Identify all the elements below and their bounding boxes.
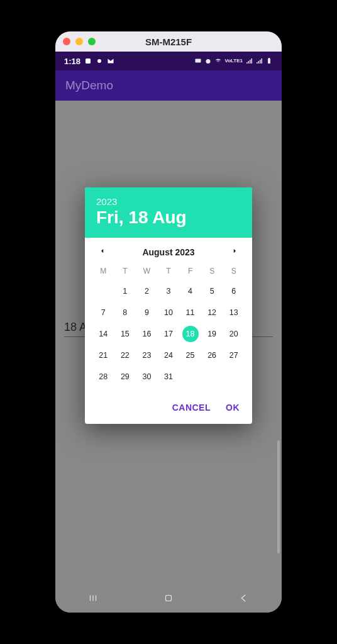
svg-rect-5 [268, 58, 270, 58]
svg-rect-4 [268, 58, 270, 64]
minimize-icon[interactable] [75, 38, 83, 45]
cast-icon [194, 57, 202, 65]
device-screen: SM-M215F 1:18 VoLTE1 MyDemo [55, 31, 282, 613]
alarm-icon [204, 57, 212, 65]
calendar-day[interactable]: 23 [138, 347, 155, 364]
calendar-day[interactable]: 16 [138, 326, 155, 342]
calendar-day[interactable]: 7 [95, 304, 111, 321]
gmail-icon [107, 57, 114, 65]
calendar-day[interactable]: 14 [95, 326, 111, 342]
calendar-dow: T [114, 264, 136, 278]
calendar-day[interactable]: 5 [204, 283, 220, 299]
calendar-day[interactable]: 13 [226, 304, 242, 321]
app-notification-icon [96, 57, 103, 65]
calendar-day[interactable]: 22 [117, 347, 133, 364]
prev-month-button[interactable] [96, 247, 109, 258]
calendar-day[interactable]: 8 [117, 304, 133, 321]
maximize-icon[interactable] [88, 38, 96, 45]
picker-date-title[interactable]: Fri, 18 Aug [96, 208, 241, 228]
back-button[interactable] [238, 592, 250, 606]
picker-year[interactable]: 2023 [96, 196, 241, 207]
emulator-titlebar: SM-M215F [55, 31, 282, 52]
calendar-day[interactable]: 12 [204, 304, 220, 321]
calendar-day[interactable]: 27 [226, 347, 242, 364]
dialog-actions: CANCEL OK [85, 391, 252, 424]
calendar-day[interactable]: 11 [182, 304, 199, 321]
battery-icon [265, 57, 273, 65]
calendar-day[interactable]: 31 [160, 369, 177, 385]
calendar-month-label[interactable]: August 2023 [142, 247, 194, 257]
calendar-day[interactable]: 25 [182, 347, 199, 364]
cancel-button[interactable]: CANCEL [172, 402, 211, 413]
calendar-day[interactable]: 17 [160, 326, 177, 342]
recents-button[interactable] [87, 592, 99, 606]
close-icon[interactable] [63, 38, 70, 45]
network-label: VoLTE1 [224, 58, 243, 64]
home-button[interactable] [163, 592, 174, 606]
svg-point-1 [97, 59, 101, 63]
calendar-day[interactable]: 21 [95, 347, 111, 364]
calendar-day[interactable]: 29 [117, 369, 133, 385]
app-bar: MyDemo [55, 70, 282, 101]
signal-icon-2 [255, 57, 263, 65]
calendar-dow: F [179, 264, 201, 278]
notification-icon [84, 57, 92, 65]
calendar-day[interactable]: 9 [138, 304, 155, 321]
calendar-day[interactable]: 20 [226, 326, 242, 342]
calendar-day[interactable]: 6 [226, 283, 242, 299]
signal-icon [245, 57, 253, 65]
calendar-day[interactable]: 1 [117, 283, 133, 299]
app-body: 18 A 2023 Fri, 18 Aug August 2023 [55, 101, 282, 586]
calendar-day[interactable]: 10 [160, 304, 177, 321]
calendar-dow: T [158, 264, 180, 278]
calendar-nav: August 2023 [85, 238, 252, 263]
calendar-grid: MTWTFSS123456789101112131415161718192021… [85, 263, 252, 391]
svg-rect-2 [196, 59, 201, 63]
device-frame: SM-M215F 1:18 VoLTE1 MyDemo [49, 25, 288, 619]
date-picker-dialog: 2023 Fri, 18 Aug August 2023 MTWTFSS1234… [85, 187, 252, 424]
app-title: MyDemo [65, 79, 113, 92]
calendar-day[interactable]: 2 [138, 283, 155, 299]
status-time: 1:18 [64, 57, 80, 66]
svg-rect-0 [86, 58, 91, 64]
calendar-day[interactable]: 3 [160, 283, 177, 299]
window-controls [63, 38, 96, 45]
status-bar: 1:18 VoLTE1 [55, 52, 282, 70]
calendar-day[interactable]: 28 [95, 369, 111, 385]
date-picker-header: 2023 Fri, 18 Aug [85, 187, 252, 238]
android-nav-bar [55, 586, 282, 613]
calendar-day[interactable]: 18 [182, 326, 199, 342]
calendar-dow: S [201, 264, 223, 278]
next-month-button[interactable] [228, 247, 241, 258]
ok-button[interactable]: OK [226, 402, 240, 413]
calendar-day[interactable]: 15 [117, 326, 133, 342]
svg-rect-6 [166, 596, 172, 601]
chevron-right-icon [231, 247, 238, 255]
dialog-overlay: 2023 Fri, 18 Aug August 2023 MTWTFSS1234… [55, 101, 282, 586]
calendar-dow: S [223, 264, 245, 278]
calendar-day[interactable]: 4 [182, 283, 199, 299]
calendar-day[interactable]: 26 [204, 347, 220, 364]
calendar-dow: W [136, 264, 158, 278]
calendar-day[interactable]: 19 [204, 326, 220, 342]
wifi-icon [214, 57, 222, 65]
calendar-dow: M [92, 264, 114, 278]
chevron-left-icon [99, 247, 106, 255]
calendar-day[interactable]: 24 [160, 347, 177, 364]
calendar-day[interactable]: 30 [138, 369, 155, 385]
